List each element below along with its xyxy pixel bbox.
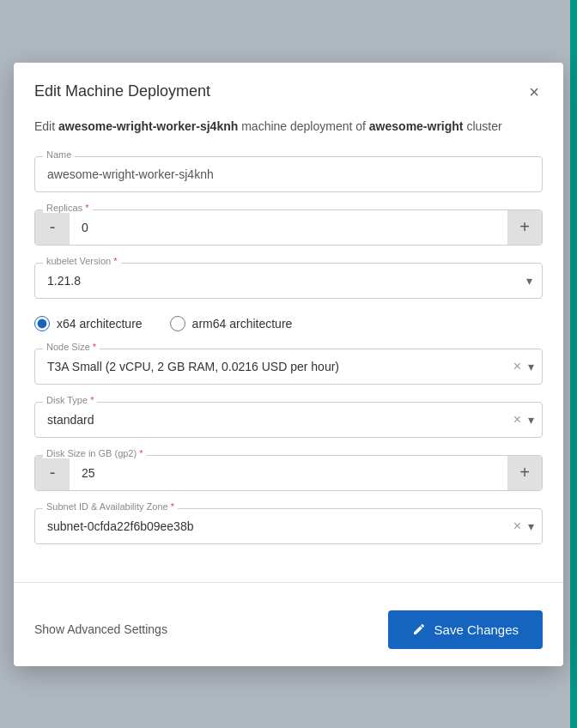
node-size-select[interactable]: T3A Small (2 vCPU, 2 GB RAM, 0.0216 USD … <box>34 349 543 385</box>
disk-size-minus-button[interactable]: - <box>35 456 70 490</box>
replicas-input[interactable] <box>70 210 507 245</box>
subnet-field-group: Subnet ID & Availability Zone * subnet-0… <box>34 508 543 544</box>
show-advanced-settings-button[interactable]: Show Advanced Settings <box>34 622 167 636</box>
architecture-radio-group: x64 architecture arm64 architecture <box>34 316 543 331</box>
disk-size-label: Disk Size in GB (gp2) * <box>43 448 147 458</box>
disk-size-input[interactable] <box>70 456 507 490</box>
save-changes-label: Save Changes <box>434 622 519 637</box>
subnet-select[interactable]: subnet-0cfda22f6b09ee38b <box>34 508 543 544</box>
name-field-group: Name <box>34 156 543 192</box>
subnet-label: Subnet ID & Availability Zone * <box>43 501 178 512</box>
x64-radio-input[interactable] <box>34 316 50 331</box>
x64-architecture-label: x64 architecture <box>57 317 143 331</box>
description-prefix: Edit <box>34 119 58 133</box>
cluster-name: awesome-wright <box>369 119 464 133</box>
kubelet-version-select-wrapper: 1.21.8 ▾ <box>34 263 543 299</box>
disk-type-select[interactable]: standard <box>34 402 543 438</box>
modal-footer: Show Advanced Settings Save Changes <box>14 597 563 666</box>
disk-type-select-wrapper: standard × ▾ <box>34 402 543 438</box>
description-middle: machine deployment of <box>238 119 369 133</box>
close-button[interactable]: × <box>525 80 543 104</box>
disk-type-field-group: Disk Type * standard × ▾ <box>34 402 543 438</box>
node-size-field-group: Node Size * T3A Small (2 vCPU, 2 GB RAM,… <box>34 349 543 385</box>
disk-type-clear-icon[interactable]: × <box>513 412 521 428</box>
description-suffix: cluster <box>464 119 502 133</box>
kubelet-version-label: kubelet Version * <box>43 256 121 266</box>
save-changes-button[interactable]: Save Changes <box>388 610 543 649</box>
modal-title: Edit Machine Deployment <box>34 82 210 100</box>
modal-description: Edit awesome-wright-worker-sj4knh machin… <box>34 118 543 136</box>
modal-overlay: Edit Machine Deployment × Edit awesome-w… <box>0 0 577 728</box>
node-size-select-wrapper: T3A Small (2 vCPU, 2 GB RAM, 0.0216 USD … <box>34 349 543 385</box>
node-size-clear-icon[interactable]: × <box>513 359 521 374</box>
name-input[interactable] <box>34 156 543 192</box>
replicas-required: * <box>82 203 88 213</box>
subnet-clear-icon[interactable]: × <box>513 519 521 534</box>
replicas-field-group: Replicas * - + <box>34 209 543 246</box>
arm64-architecture-label: arm64 architecture <box>192 317 293 331</box>
arm64-architecture-option[interactable]: arm64 architecture <box>170 316 293 331</box>
name-label: Name <box>43 149 75 160</box>
footer-divider <box>14 582 563 583</box>
disk-type-label: Disk Type * <box>43 395 97 405</box>
edit-machine-deployment-modal: Edit Machine Deployment × Edit awesome-w… <box>14 63 563 666</box>
replicas-label: Replicas * <box>43 203 93 213</box>
disk-size-field-group: Disk Size in GB (gp2) * - + <box>34 455 543 491</box>
disk-size-plus-button[interactable]: + <box>507 456 542 490</box>
subnet-select-wrapper: subnet-0cfda22f6b09ee38b × ▾ <box>34 508 543 544</box>
replicas-minus-button[interactable]: - <box>35 210 70 245</box>
x64-architecture-option[interactable]: x64 architecture <box>34 316 143 331</box>
modal-body: Edit awesome-wright-worker-sj4knh machin… <box>14 118 563 582</box>
replicas-plus-button[interactable]: + <box>507 210 542 245</box>
kubelet-version-select[interactable]: 1.21.8 <box>34 263 543 299</box>
modal-header: Edit Machine Deployment × <box>14 63 563 118</box>
kubelet-version-field-group: kubelet Version * 1.21.8 ▾ <box>34 263 543 299</box>
node-size-label: Node Size * <box>43 342 100 352</box>
edit-pencil-icon <box>412 622 426 636</box>
arm64-radio-input[interactable] <box>170 316 185 331</box>
deployment-name: awesome-wright-worker-sj4knh <box>58 119 238 133</box>
disk-size-stepper: - + <box>34 455 543 491</box>
replicas-stepper: - + <box>34 209 543 246</box>
teal-accent-bar <box>570 0 577 728</box>
